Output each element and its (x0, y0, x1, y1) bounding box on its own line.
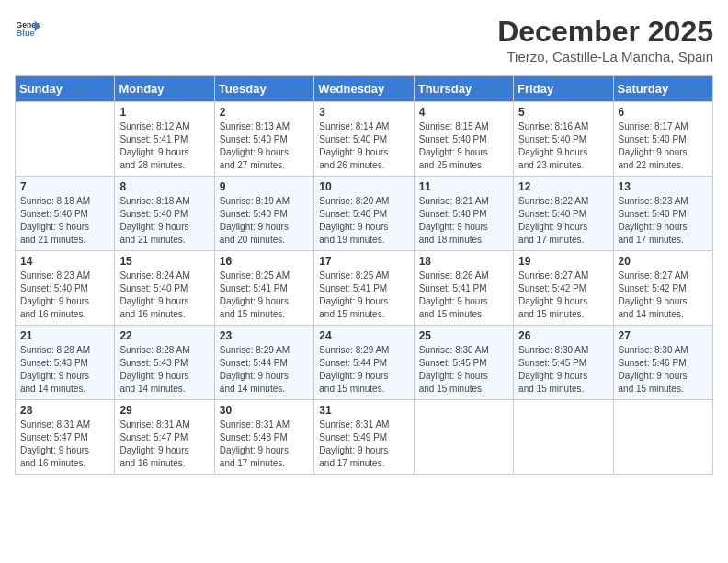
calendar-cell: 30Sunrise: 8:31 AM Sunset: 5:48 PM Dayli… (214, 400, 313, 475)
day-number: 3 (319, 106, 408, 119)
header-friday: Friday (514, 76, 613, 102)
day-info: Sunrise: 8:29 AM Sunset: 5:44 PM Dayligh… (220, 344, 309, 396)
calendar-cell: 7Sunrise: 8:18 AM Sunset: 5:40 PM Daylig… (16, 177, 115, 251)
day-number: 26 (518, 329, 608, 342)
calendar-cell: 29Sunrise: 8:31 AM Sunset: 5:47 PM Dayli… (115, 400, 214, 475)
calendar-cell: 13Sunrise: 8:23 AM Sunset: 5:40 PM Dayli… (613, 177, 712, 251)
calendar-header-row: SundayMondayTuesdayWednesdayThursdayFrid… (16, 76, 713, 102)
day-info: Sunrise: 8:31 AM Sunset: 5:47 PM Dayligh… (119, 419, 209, 470)
day-info: Sunrise: 8:25 AM Sunset: 5:41 PM Dayligh… (319, 270, 408, 321)
day-number: 27 (619, 329, 708, 342)
calendar-cell: 1Sunrise: 8:12 AM Sunset: 5:41 PM Daylig… (115, 102, 214, 177)
day-number: 10 (319, 180, 408, 193)
day-number: 29 (119, 404, 209, 417)
calendar-cell: 25Sunrise: 8:30 AM Sunset: 5:45 PM Dayli… (414, 326, 513, 400)
calendar-cell (613, 400, 712, 475)
day-number: 1 (119, 106, 209, 119)
day-info: Sunrise: 8:16 AM Sunset: 5:40 PM Dayligh… (518, 121, 608, 172)
calendar-cell (514, 400, 613, 475)
day-info: Sunrise: 8:26 AM Sunset: 5:41 PM Dayligh… (419, 270, 508, 321)
day-number: 30 (220, 404, 309, 417)
day-info: Sunrise: 8:18 AM Sunset: 5:40 PM Dayligh… (119, 195, 209, 247)
calendar-cell: 2Sunrise: 8:13 AM Sunset: 5:40 PM Daylig… (214, 102, 313, 177)
calendar-cell: 3Sunrise: 8:14 AM Sunset: 5:40 PM Daylig… (314, 102, 414, 177)
day-info: Sunrise: 8:28 AM Sunset: 5:43 PM Dayligh… (119, 344, 209, 396)
calendar-cell: 18Sunrise: 8:26 AM Sunset: 5:41 PM Dayli… (414, 251, 513, 326)
day-number: 12 (518, 180, 608, 193)
day-number: 21 (20, 329, 109, 342)
calendar-cell: 20Sunrise: 8:27 AM Sunset: 5:42 PM Dayli… (613, 251, 712, 326)
day-info: Sunrise: 8:23 AM Sunset: 5:40 PM Dayligh… (20, 270, 109, 321)
day-info: Sunrise: 8:18 AM Sunset: 5:40 PM Dayligh… (20, 195, 109, 247)
logo: General Blue (15, 15, 40, 40)
day-number: 6 (619, 106, 708, 119)
day-number: 23 (220, 329, 309, 342)
header-wednesday: Wednesday (314, 76, 414, 102)
day-info: Sunrise: 8:27 AM Sunset: 5:42 PM Dayligh… (619, 270, 708, 321)
calendar-cell: 26Sunrise: 8:30 AM Sunset: 5:45 PM Dayli… (514, 326, 613, 400)
day-info: Sunrise: 8:19 AM Sunset: 5:40 PM Dayligh… (220, 195, 309, 247)
calendar-cell: 17Sunrise: 8:25 AM Sunset: 5:41 PM Dayli… (314, 251, 414, 326)
day-info: Sunrise: 8:30 AM Sunset: 5:45 PM Dayligh… (419, 344, 508, 396)
day-info: Sunrise: 8:20 AM Sunset: 5:40 PM Dayligh… (319, 195, 408, 247)
header-saturday: Saturday (613, 76, 712, 102)
page-header: General Blue December 2025 Tierzo, Casti… (15, 15, 713, 64)
day-info: Sunrise: 8:25 AM Sunset: 5:41 PM Dayligh… (220, 270, 309, 321)
day-info: Sunrise: 8:15 AM Sunset: 5:40 PM Dayligh… (419, 121, 508, 172)
day-info: Sunrise: 8:30 AM Sunset: 5:45 PM Dayligh… (518, 344, 608, 396)
header-monday: Monday (115, 76, 214, 102)
calendar-cell: 28Sunrise: 8:31 AM Sunset: 5:47 PM Dayli… (16, 400, 115, 475)
calendar-cell: 27Sunrise: 8:30 AM Sunset: 5:46 PM Dayli… (613, 326, 712, 400)
calendar-cell: 16Sunrise: 8:25 AM Sunset: 5:41 PM Dayli… (214, 251, 313, 326)
calendar-subtitle: Tierzo, Castille-La Mancha, Spain (497, 49, 713, 64)
day-number: 14 (20, 255, 109, 268)
day-number: 7 (20, 180, 109, 193)
calendar-cell: 23Sunrise: 8:29 AM Sunset: 5:44 PM Dayli… (214, 326, 313, 400)
day-info: Sunrise: 8:27 AM Sunset: 5:42 PM Dayligh… (518, 270, 608, 321)
week-row-1: 7Sunrise: 8:18 AM Sunset: 5:40 PM Daylig… (16, 177, 713, 251)
week-row-4: 28Sunrise: 8:31 AM Sunset: 5:47 PM Dayli… (16, 400, 713, 475)
day-info: Sunrise: 8:17 AM Sunset: 5:40 PM Dayligh… (619, 121, 708, 172)
calendar-table: SundayMondayTuesdayWednesdayThursdayFrid… (15, 75, 713, 475)
day-info: Sunrise: 8:13 AM Sunset: 5:40 PM Dayligh… (220, 121, 309, 172)
calendar-cell: 31Sunrise: 8:31 AM Sunset: 5:49 PM Dayli… (314, 400, 414, 475)
day-info: Sunrise: 8:23 AM Sunset: 5:40 PM Dayligh… (619, 195, 708, 247)
day-number: 2 (220, 106, 309, 119)
calendar-cell (414, 400, 513, 475)
calendar-cell: 19Sunrise: 8:27 AM Sunset: 5:42 PM Dayli… (514, 251, 613, 326)
header-thursday: Thursday (414, 76, 513, 102)
day-number: 8 (119, 180, 209, 193)
day-number: 5 (518, 106, 608, 119)
day-number: 31 (319, 404, 408, 417)
day-number: 17 (319, 255, 408, 268)
day-info: Sunrise: 8:31 AM Sunset: 5:49 PM Dayligh… (319, 419, 408, 470)
calendar-cell: 21Sunrise: 8:28 AM Sunset: 5:43 PM Dayli… (16, 326, 115, 400)
calendar-cell: 15Sunrise: 8:24 AM Sunset: 5:40 PM Dayli… (115, 251, 214, 326)
day-number: 11 (419, 180, 508, 193)
calendar-cell: 10Sunrise: 8:20 AM Sunset: 5:40 PM Dayli… (314, 177, 414, 251)
day-info: Sunrise: 8:31 AM Sunset: 5:47 PM Dayligh… (20, 419, 109, 470)
day-info: Sunrise: 8:31 AM Sunset: 5:48 PM Dayligh… (220, 419, 309, 470)
day-number: 9 (220, 180, 309, 193)
calendar-cell: 24Sunrise: 8:29 AM Sunset: 5:44 PM Dayli… (314, 326, 414, 400)
day-number: 13 (619, 180, 708, 193)
day-number: 25 (419, 329, 508, 342)
day-info: Sunrise: 8:21 AM Sunset: 5:40 PM Dayligh… (419, 195, 508, 247)
day-info: Sunrise: 8:14 AM Sunset: 5:40 PM Dayligh… (319, 121, 408, 172)
calendar-title: December 2025 (497, 15, 713, 49)
day-info: Sunrise: 8:28 AM Sunset: 5:43 PM Dayligh… (20, 344, 109, 396)
title-area: December 2025 Tierzo, Castille-La Mancha… (497, 15, 713, 64)
day-number: 24 (319, 329, 408, 342)
calendar-cell: 12Sunrise: 8:22 AM Sunset: 5:40 PM Dayli… (514, 177, 613, 251)
day-number: 15 (119, 255, 209, 268)
day-number: 22 (119, 329, 209, 342)
day-number: 18 (419, 255, 508, 268)
day-info: Sunrise: 8:29 AM Sunset: 5:44 PM Dayligh… (319, 344, 408, 396)
calendar-body: 1Sunrise: 8:12 AM Sunset: 5:41 PM Daylig… (16, 102, 713, 475)
logo-icon: General Blue (15, 15, 40, 40)
week-row-2: 14Sunrise: 8:23 AM Sunset: 5:40 PM Dayli… (16, 251, 713, 326)
calendar-cell: 4Sunrise: 8:15 AM Sunset: 5:40 PM Daylig… (414, 102, 513, 177)
day-info: Sunrise: 8:12 AM Sunset: 5:41 PM Dayligh… (119, 121, 209, 172)
calendar-cell: 14Sunrise: 8:23 AM Sunset: 5:40 PM Dayli… (16, 251, 115, 326)
calendar-cell: 9Sunrise: 8:19 AM Sunset: 5:40 PM Daylig… (214, 177, 313, 251)
